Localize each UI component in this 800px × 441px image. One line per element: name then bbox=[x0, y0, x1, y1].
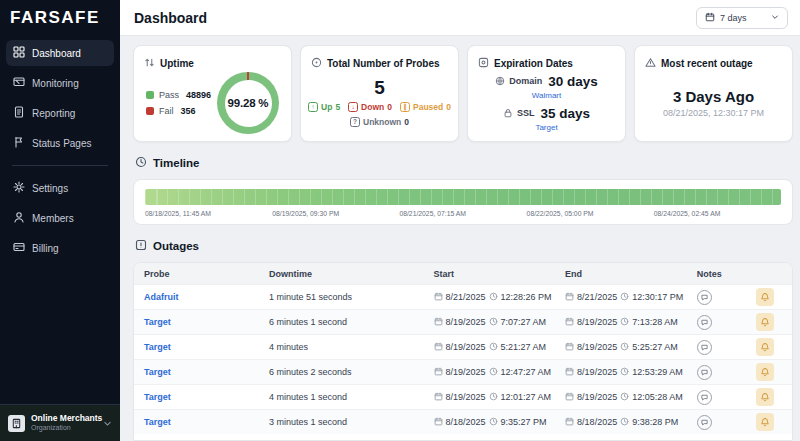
timeline-card: 08/18/2025, 11:45 AM 08/19/2025, 09:30 P… bbox=[133, 179, 793, 225]
building-icon bbox=[8, 415, 25, 432]
org-name: Online Merchants bbox=[31, 414, 97, 424]
timeline-tick: 08/22/2025, 05:00 PM bbox=[527, 210, 654, 217]
calendar-icon bbox=[565, 417, 574, 428]
outage-row: Target 4 minutes 8/19/2025 5:21:27 AM 8/… bbox=[134, 334, 792, 359]
end-cell: 8/19/2025 12:05:28 AM bbox=[555, 392, 687, 403]
clock-icon bbox=[620, 317, 629, 328]
sidebar-item-status-pages[interactable]: Status Pages bbox=[6, 130, 114, 156]
alert-bell-button[interactable] bbox=[756, 363, 774, 381]
calendar-icon bbox=[705, 12, 715, 24]
pass-swatch bbox=[146, 91, 154, 99]
sidebar-item-billing[interactable]: Billing bbox=[6, 235, 114, 261]
probes-card: Total Number of Probes 5 ↑Up5 ↓Down0 ∥Pa… bbox=[300, 45, 459, 142]
date-range-value: 7 days bbox=[720, 13, 747, 23]
sidebar-item-members[interactable]: Members bbox=[6, 205, 114, 231]
sidebar-item-label: Settings bbox=[32, 183, 68, 194]
clock-icon bbox=[135, 154, 147, 172]
downtime-cell: 6 minutes 1 second bbox=[259, 317, 424, 327]
probes-card-title: Total Number of Probes bbox=[327, 58, 440, 69]
legend-fail: Fail 356 bbox=[146, 106, 211, 116]
start-cell: 8/19/2025 12:01:27 AM bbox=[424, 392, 556, 403]
sidebar-item-monitoring[interactable]: Monitoring bbox=[6, 70, 114, 96]
topbar: Dashboard 7 days bbox=[120, 0, 800, 36]
expiration-card-title: Expiration Dates bbox=[494, 58, 573, 69]
clock-icon bbox=[489, 342, 498, 353]
calendar-icon bbox=[434, 417, 443, 428]
chevron-down-icon bbox=[103, 414, 112, 432]
outage-row: Target 3 minutes 1 second 8/18/2025 9:35… bbox=[134, 409, 792, 434]
chevron-down-icon bbox=[771, 13, 779, 23]
downtime-cell: 3 minutes 1 second bbox=[259, 417, 424, 427]
timeline-tick: 08/19/2025, 09:30 PM bbox=[272, 210, 399, 217]
probe-link[interactable]: Target bbox=[144, 417, 171, 427]
outage-row: Adafruit 1 minute 51 seconds 8/21/2025 1… bbox=[134, 284, 792, 309]
end-cell: 8/21/2025 12:30:17 PM bbox=[555, 292, 687, 303]
note-comment-icon[interactable] bbox=[697, 290, 712, 305]
sidebar-item-label: Reporting bbox=[32, 108, 75, 119]
recent-outage-relative: 3 Days Ago bbox=[673, 88, 754, 105]
note-comment-icon[interactable] bbox=[697, 415, 712, 430]
note-comment-icon[interactable] bbox=[697, 340, 712, 355]
probe-link[interactable]: Adafruit bbox=[144, 292, 179, 302]
calendar-icon bbox=[434, 367, 443, 378]
clock-icon bbox=[489, 367, 498, 378]
ssl-probe-link[interactable]: Target bbox=[535, 123, 557, 132]
downtime-cell: 4 minutes 1 second bbox=[259, 392, 424, 402]
ssl-days: 35 days bbox=[540, 106, 590, 121]
calendar-icon bbox=[565, 317, 574, 328]
probes-icon bbox=[311, 54, 322, 72]
end-cell: 8/19/2025 12:53:29 AM bbox=[555, 367, 687, 378]
start-cell: 8/21/2025 12:28:26 PM bbox=[424, 292, 556, 303]
probe-link[interactable]: Target bbox=[144, 342, 171, 352]
sidebar-nav: Dashboard Monitoring Reporting Status Pa… bbox=[0, 38, 120, 263]
sidebar-item-label: Members bbox=[32, 213, 74, 224]
calendar-icon bbox=[434, 317, 443, 328]
start-cell: 8/19/2025 5:21:27 AM bbox=[424, 342, 556, 353]
alert-bell-button[interactable] bbox=[756, 388, 774, 406]
clock-icon bbox=[489, 417, 498, 428]
calendar-icon bbox=[434, 292, 443, 303]
timeline-tick: 08/18/2025, 11:45 AM bbox=[145, 210, 272, 217]
note-comment-icon[interactable] bbox=[697, 315, 712, 330]
alert-bell-button[interactable] bbox=[756, 413, 774, 431]
col-notes: Notes bbox=[687, 269, 746, 279]
alert-bell-button[interactable] bbox=[756, 313, 774, 331]
stat-cards-row: Uptime Pass 48896 Fail 356 bbox=[133, 45, 793, 142]
calendar-icon bbox=[565, 292, 574, 303]
expiration-card: Expiration Dates Domain 30 days Walmart … bbox=[467, 45, 626, 142]
ssl-expiration: SSL 35 days bbox=[503, 104, 590, 122]
sidebar: FARSAFE Dashboard Monitoring Reporting S… bbox=[0, 0, 120, 441]
domain-probe-link[interactable]: Walmart bbox=[532, 91, 561, 100]
uptime-timeline-bar[interactable] bbox=[145, 189, 781, 205]
sidebar-divider bbox=[12, 165, 108, 166]
clock-icon bbox=[489, 292, 498, 303]
date-range-selector[interactable]: 7 days bbox=[696, 7, 788, 29]
recent-outage-card: Most recent outage 3 Days Ago 08/21/2025… bbox=[634, 45, 793, 142]
probes-down-stat: ↓Down0 bbox=[348, 102, 392, 112]
alert-bell-button[interactable] bbox=[756, 288, 774, 306]
sidebar-item-reporting[interactable]: Reporting bbox=[6, 100, 114, 126]
col-start: Start bbox=[424, 269, 556, 279]
uptime-percent: 99.28 % bbox=[228, 97, 269, 109]
downtime-cell: 6 minutes 2 seconds bbox=[259, 367, 424, 377]
start-cell: 8/19/2025 7:07:27 AM bbox=[424, 317, 556, 328]
sidebar-item-dashboard[interactable]: Dashboard bbox=[6, 40, 114, 66]
arrow-down-icon: ↓ bbox=[348, 102, 358, 112]
recent-outage-card-title: Most recent outage bbox=[661, 58, 753, 69]
calendar-icon bbox=[434, 392, 443, 403]
lock-icon bbox=[503, 104, 513, 122]
user-icon bbox=[13, 211, 25, 225]
sidebar-item-settings[interactable]: Settings bbox=[6, 175, 114, 201]
probe-link[interactable]: Target bbox=[144, 367, 171, 377]
probe-link[interactable]: Target bbox=[144, 317, 171, 327]
org-switcher[interactable]: Online Merchants Organization bbox=[0, 404, 120, 441]
note-comment-icon[interactable] bbox=[697, 390, 712, 405]
domain-days: 30 days bbox=[548, 74, 598, 89]
timeline-tick: 08/21/2025, 07:15 AM bbox=[399, 210, 526, 217]
probe-link[interactable]: Target bbox=[144, 392, 171, 402]
alert-bell-button[interactable] bbox=[756, 338, 774, 356]
note-comment-icon[interactable] bbox=[697, 365, 712, 380]
app-logo: FARSAFE bbox=[0, 0, 120, 38]
clock-icon bbox=[620, 292, 629, 303]
warning-triangle-icon bbox=[645, 54, 656, 72]
